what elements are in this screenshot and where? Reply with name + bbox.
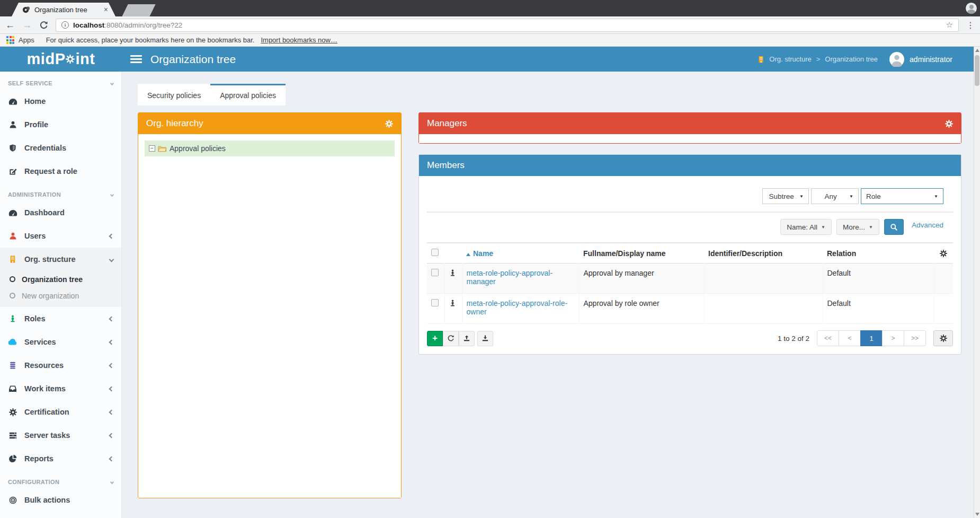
sidebar-item-resources[interactable]: Resources bbox=[0, 354, 121, 377]
caret-down-icon: ▼ bbox=[934, 194, 938, 199]
scrollbar-thumb[interactable] bbox=[975, 55, 979, 86]
sidebar-item-profile[interactable]: Profile bbox=[0, 113, 121, 136]
sidebar-item-services[interactable]: Services bbox=[0, 330, 121, 354]
import-bookmarks-link[interactable]: Import bookmarks now… bbox=[261, 36, 337, 44]
page-first-button[interactable]: << bbox=[817, 330, 839, 346]
forward-icon[interactable]: → bbox=[22, 20, 32, 30]
chevron-left-icon bbox=[109, 363, 114, 368]
street-view-icon bbox=[8, 314, 17, 323]
member-relation: Default bbox=[823, 264, 934, 294]
gear-icon[interactable] bbox=[385, 120, 393, 128]
main-content: Security policies Approval policies Org.… bbox=[122, 72, 974, 518]
page-next-button[interactable]: > bbox=[882, 330, 904, 346]
search-toolbar: Name: All▼ More...▼ Advanced bbox=[427, 219, 953, 235]
scope-select[interactable]: Subtree▼ bbox=[762, 188, 809, 204]
breadcrumb-section[interactable]: Org. structure bbox=[769, 55, 811, 63]
sidebar-toggle-icon[interactable] bbox=[130, 55, 142, 63]
section-self-service[interactable]: SELF SERVICE bbox=[0, 72, 121, 90]
advanced-link[interactable]: Advanced bbox=[912, 221, 943, 229]
user-menu[interactable]: administrator bbox=[889, 52, 952, 67]
browser-toolbar: ← → i localhost:8080/admin/org/tree?22 ☆… bbox=[0, 16, 980, 34]
add-member-button[interactable]: + bbox=[427, 331, 443, 346]
collapse-icon[interactable]: − bbox=[149, 145, 155, 152]
sidebar-item-new-organization[interactable]: New organization bbox=[0, 287, 121, 304]
midpoint-logo[interactable]: midP int bbox=[0, 50, 122, 68]
sidebar-item-request-role[interactable]: Request a role bbox=[0, 160, 121, 183]
circle-icon bbox=[10, 276, 15, 282]
sidebar-item-roles[interactable]: Roles bbox=[0, 307, 121, 330]
column-header-name[interactable]: Name bbox=[473, 249, 493, 258]
paging-settings-button[interactable] bbox=[933, 330, 953, 346]
apps-grid-icon[interactable] bbox=[6, 36, 14, 44]
org-hierarchy-header: Org. hierarchy bbox=[138, 113, 401, 134]
sidebar-item-organization-tree[interactable]: Organization tree bbox=[0, 271, 121, 287]
chevron-left-icon bbox=[109, 433, 114, 438]
caret-down-icon: ▼ bbox=[821, 225, 825, 230]
upload-icon bbox=[463, 335, 470, 342]
search-button[interactable] bbox=[884, 219, 904, 235]
sidebar-item-certification[interactable]: Certification bbox=[0, 400, 121, 424]
breadcrumb: Org. structure > Organization tree bbox=[758, 55, 878, 63]
sidebar-item-credentials[interactable]: Credentials bbox=[0, 136, 121, 160]
section-administration[interactable]: ADMINISTRATION bbox=[0, 183, 121, 201]
row-checkbox[interactable] bbox=[431, 299, 439, 306]
row-checkbox[interactable] bbox=[431, 269, 439, 276]
username: administrator bbox=[910, 55, 952, 64]
sidebar-item-users[interactable]: Users bbox=[0, 224, 121, 248]
org-structure-icon bbox=[758, 56, 764, 63]
download-icon bbox=[482, 335, 489, 342]
page-1-button[interactable]: 1 bbox=[860, 330, 883, 346]
scroll-down-icon[interactable] bbox=[975, 513, 979, 516]
table-settings-gear-icon[interactable] bbox=[938, 250, 949, 257]
back-icon[interactable]: ← bbox=[5, 20, 15, 30]
browser-profile-icon[interactable] bbox=[966, 3, 977, 14]
org-hierarchy-panel: Org. hierarchy − Approval policies bbox=[138, 112, 402, 498]
site-info-icon[interactable]: i bbox=[61, 21, 69, 29]
tab-approval-policies[interactable]: Approval policies bbox=[210, 84, 286, 106]
browser-tab[interactable]: Organization tree × bbox=[12, 3, 115, 16]
gear-icon[interactable] bbox=[945, 120, 953, 128]
new-tab-button[interactable] bbox=[122, 4, 155, 16]
sidebar-item-dashboard[interactable]: Dashboard bbox=[0, 201, 121, 224]
page-prev-button[interactable]: < bbox=[839, 330, 861, 346]
tachometer-icon bbox=[8, 98, 17, 105]
divider bbox=[427, 212, 953, 213]
sidebar-item-reports[interactable]: Reports bbox=[0, 447, 121, 470]
apps-label[interactable]: Apps bbox=[19, 36, 34, 44]
name-filter-button[interactable]: Name: All▼ bbox=[780, 219, 832, 235]
type-select[interactable]: Role▼ bbox=[861, 188, 943, 204]
import-button[interactable] bbox=[477, 331, 493, 346]
membership-select[interactable]: Any▼ bbox=[811, 188, 859, 204]
sidebar-item-org-structure[interactable]: Org. structure bbox=[0, 248, 121, 271]
chevron-down-icon bbox=[110, 480, 114, 484]
refresh-button[interactable] bbox=[443, 331, 459, 346]
member-name-link[interactable]: meta-role-policy-approval-role-owner bbox=[467, 299, 568, 316]
sidebar: SELF SERVICE Home Profile Credentials Re… bbox=[0, 72, 122, 518]
sidebar-item-work-items[interactable]: Work items bbox=[0, 377, 121, 400]
reload-icon[interactable] bbox=[39, 21, 48, 30]
more-filter-button[interactable]: More...▼ bbox=[836, 219, 879, 235]
tab-close-icon[interactable]: × bbox=[104, 5, 108, 14]
section-configuration[interactable]: CONFIGURATION bbox=[0, 470, 121, 488]
url-bar[interactable]: i localhost:8080/admin/org/tree?22 ☆ bbox=[56, 19, 959, 32]
sort-asc-icon bbox=[466, 253, 470, 256]
select-all-checkbox[interactable] bbox=[431, 249, 439, 256]
paging-count: 1 to 2 of 2 bbox=[778, 335, 809, 343]
member-name-link[interactable]: meta-role-policy-approval-manager bbox=[467, 269, 553, 286]
page-last-button[interactable]: >> bbox=[904, 330, 926, 346]
sidebar-item-server-tasks[interactable]: Server tasks bbox=[0, 424, 121, 447]
breadcrumb-current[interactable]: Organization tree bbox=[825, 55, 878, 63]
page-scrollbar[interactable] bbox=[974, 47, 980, 518]
shield-icon bbox=[8, 144, 17, 152]
export-button[interactable] bbox=[459, 331, 475, 346]
browser-menu-icon[interactable]: ⋮ bbox=[966, 20, 975, 30]
tab-security-policies[interactable]: Security policies bbox=[138, 84, 210, 106]
tree-node-approval-policies[interactable]: − Approval policies bbox=[145, 141, 395, 156]
content-tabs: Security policies Approval policies bbox=[138, 84, 961, 106]
sidebar-item-home[interactable]: Home bbox=[0, 90, 121, 113]
bookmark-star-icon[interactable]: ☆ bbox=[946, 20, 953, 30]
scroll-up-icon[interactable] bbox=[975, 49, 979, 52]
members-panel: Members Subtree▼ Any▼ Role▼ Name: All▼ M… bbox=[418, 154, 961, 355]
certificate-icon bbox=[8, 408, 17, 416]
sidebar-item-bulk-actions[interactable]: Bulk actions bbox=[0, 488, 121, 512]
